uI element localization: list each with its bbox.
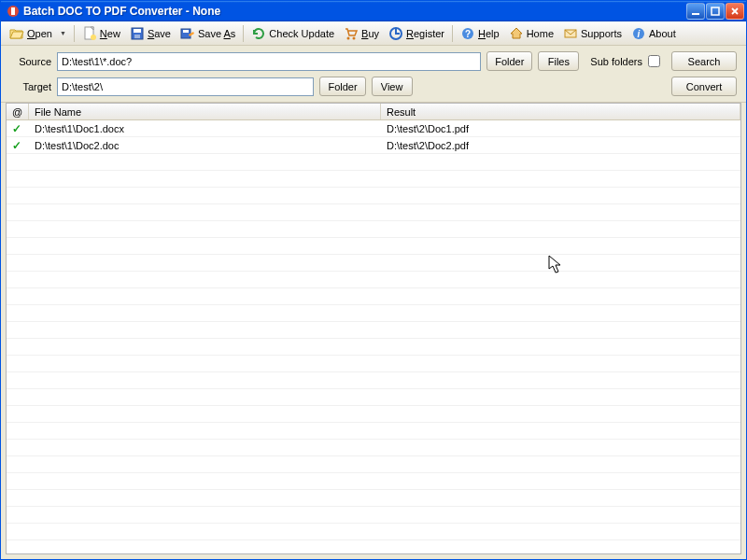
- sub-folders-checkbox[interactable]: [648, 55, 660, 67]
- buy-button[interactable]: Buy: [339, 24, 384, 43]
- list-row[interactable]: ✓ D:\test\1\Doc2.doc D:\test\2\Doc2.pdf: [7, 137, 740, 154]
- form-panel: Source Folder Files Sub folders Search T…: [1, 46, 746, 103]
- source-label: Source: [10, 56, 51, 67]
- close-button[interactable]: [726, 3, 744, 20]
- check-update-button[interactable]: Check Update: [247, 24, 339, 43]
- target-folder-button[interactable]: Folder: [319, 77, 365, 96]
- supports-icon: [563, 26, 578, 41]
- check-update-label: Check Update: [269, 28, 334, 39]
- save-button[interactable]: Save: [125, 24, 176, 43]
- target-label: Target: [10, 81, 51, 92]
- sub-folders-label: Sub folders: [590, 56, 642, 67]
- search-button[interactable]: Search: [671, 51, 737, 71]
- source-input[interactable]: [57, 52, 481, 71]
- dropdown-arrow-icon: ▼: [60, 30, 66, 36]
- home-label: Home: [527, 28, 554, 39]
- app-icon: [7, 5, 20, 18]
- folder-open-icon: [9, 26, 24, 41]
- toolbar: Open ▼ New Save Save As Check Update Buy…: [1, 21, 746, 46]
- source-folder-button[interactable]: Folder: [486, 51, 532, 71]
- main-window: Batch DOC TO PDF Converter - None Open ▼…: [0, 0, 747, 560]
- save-label: Save: [148, 28, 171, 39]
- open-label: Open: [27, 28, 52, 39]
- help-label: Help: [478, 28, 500, 39]
- buy-icon: [344, 26, 359, 41]
- new-label: New: [100, 28, 120, 39]
- home-icon: [509, 26, 524, 41]
- open-button[interactable]: Open ▼: [5, 24, 71, 43]
- col-status-header[interactable]: @: [7, 104, 29, 119]
- svg-point-12: [353, 36, 356, 39]
- cell-result: D:\test\2\Doc1.pdf: [381, 123, 740, 134]
- new-button[interactable]: New: [78, 24, 125, 43]
- target-view-button[interactable]: View: [372, 77, 413, 96]
- minimize-button[interactable]: [686, 3, 705, 20]
- list-header: @ File Name Result: [7, 104, 740, 120]
- target-input[interactable]: [57, 77, 314, 96]
- window-title: Batch DOC TO PDF Converter - None: [23, 5, 685, 18]
- list-row[interactable]: ✓ D:\test\1\Doc1.docx D:\test\2\Doc1.pdf: [7, 120, 740, 137]
- about-label: About: [649, 28, 676, 39]
- list-body[interactable]: ✓ D:\test\1\Doc1.docx D:\test\2\Doc1.pdf…: [7, 120, 740, 553]
- results-list: @ File Name Result ✓ D:\test\1\Doc1.docx…: [6, 103, 741, 554]
- svg-rect-8: [134, 35, 140, 38]
- register-icon: [388, 26, 403, 41]
- about-icon: i: [631, 26, 646, 41]
- svg-point-11: [347, 36, 350, 39]
- svg-rect-2: [692, 13, 699, 15]
- save-icon: [130, 26, 145, 41]
- buy-label: Buy: [361, 28, 379, 39]
- about-button[interactable]: i About: [627, 24, 681, 43]
- update-icon: [251, 26, 266, 41]
- save-as-button[interactable]: Save As: [176, 24, 240, 43]
- maximize-button[interactable]: [706, 3, 725, 20]
- convert-button[interactable]: Convert: [671, 77, 737, 96]
- save-as-label: Save As: [198, 28, 235, 39]
- register-label: Register: [406, 28, 444, 39]
- col-result-header[interactable]: Result: [381, 104, 740, 119]
- help-button[interactable]: ? Help: [456, 24, 504, 43]
- svg-rect-10: [183, 30, 189, 33]
- save-as-icon: [180, 26, 195, 41]
- cell-filename: D:\test\1\Doc2.doc: [29, 140, 381, 151]
- help-icon: ?: [460, 26, 475, 41]
- title-bar: Batch DOC TO PDF Converter - None: [1, 1, 746, 21]
- register-button[interactable]: Register: [384, 24, 449, 43]
- check-icon: ✓: [12, 122, 21, 135]
- svg-rect-3: [712, 7, 719, 15]
- col-filename-header[interactable]: File Name: [29, 104, 381, 119]
- supports-button[interactable]: Supports: [558, 24, 627, 43]
- home-button[interactable]: Home: [504, 24, 558, 43]
- svg-text:?: ?: [465, 29, 471, 39]
- cell-result: D:\test\2\Doc2.pdf: [381, 140, 740, 151]
- svg-rect-1: [11, 7, 15, 15]
- source-files-button[interactable]: Files: [538, 51, 579, 71]
- cell-filename: D:\test\1\Doc1.docx: [29, 123, 381, 134]
- svg-rect-7: [134, 29, 141, 33]
- check-icon: ✓: [12, 139, 21, 152]
- supports-label: Supports: [581, 28, 622, 39]
- svg-point-5: [91, 35, 96, 40]
- new-file-icon: [82, 26, 97, 41]
- svg-text:i: i: [638, 29, 641, 39]
